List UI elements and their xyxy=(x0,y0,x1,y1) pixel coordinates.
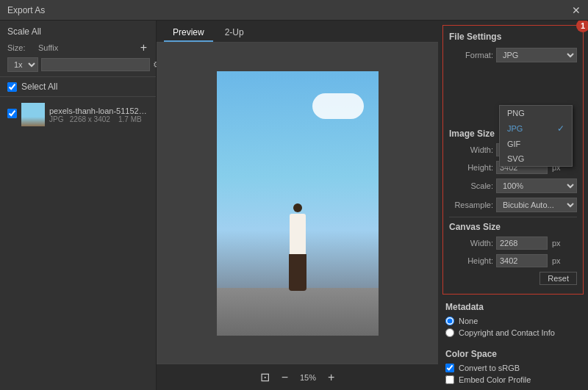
image-width-label: Width: xyxy=(449,145,493,154)
file-size: 1.7 MB xyxy=(118,115,142,123)
dropdown-label-png: PNG xyxy=(507,109,525,118)
dropdown-label-svg: SVG xyxy=(507,154,524,163)
dropdown-item-svg[interactable]: SVG xyxy=(500,151,572,166)
file-type: JPG xyxy=(49,115,63,123)
check-icon: ✓ xyxy=(557,123,564,134)
scale-all-title: Scale All xyxy=(7,26,148,37)
size-select[interactable]: 1x 2x xyxy=(7,57,38,72)
metadata-copyright-label[interactable]: Copyright and Contact Info xyxy=(459,328,555,337)
metadata-section: Metadata None Copyright and Contact Info xyxy=(438,297,588,344)
scale-row: Scale: 100% 50% 200% xyxy=(449,178,577,193)
dropdown-item-png[interactable]: PNG xyxy=(500,106,572,120)
metadata-none-radio[interactable] xyxy=(445,317,454,325)
tab-preview[interactable]: Preview xyxy=(164,24,213,42)
canvas-width-row: Width: 2268 px xyxy=(449,236,577,250)
close-button[interactable]: ✕ xyxy=(572,4,581,16)
select-all-checkbox[interactable] xyxy=(7,82,17,92)
metadata-none-row: None xyxy=(445,317,581,325)
format-select[interactable]: JPG PNG GIF SVG xyxy=(496,48,577,62)
format-row: Format: JPG PNG GIF SVG xyxy=(449,48,577,62)
canvas-height-row: Height: 3402 px xyxy=(449,254,577,267)
format-dropdown[interactable]: PNG JPG ✓ GIF SVG xyxy=(499,105,573,167)
canvas-size-title: Canvas Size xyxy=(449,222,577,232)
window-title: Export As xyxy=(7,5,45,15)
canvas-height-px: px xyxy=(552,256,561,265)
file-meta: JPG 2268 x 3402 1.7 MB xyxy=(49,115,148,123)
right-panel: 1 File Settings Format: JPG PNG GIF SVG … xyxy=(438,21,588,390)
ground-decoration xyxy=(217,288,379,336)
embed-profile-row: Embed Color Profile xyxy=(445,375,581,384)
color-space-section: Color Space Convert to sRGB Embed Color … xyxy=(438,344,588,390)
resample-select[interactable]: Bicubic Auto... xyxy=(496,198,577,212)
preview-toolbar: ⊡ − 15% + xyxy=(157,364,438,390)
preview-tabs: Preview 2-Up xyxy=(157,21,438,43)
file-thumbnail xyxy=(21,103,45,126)
figure-body xyxy=(290,214,306,254)
embed-profile-checkbox[interactable] xyxy=(445,375,454,384)
add-scale-button[interactable]: + xyxy=(139,41,148,54)
center-panel: Preview 2-Up ⊡ − 15% + xyxy=(157,21,438,390)
zoom-level: 15% xyxy=(297,373,319,382)
reset-button[interactable]: Reset xyxy=(539,272,577,285)
canvas-width-label: Width: xyxy=(449,239,493,248)
metadata-title: Metadata xyxy=(445,302,581,312)
resample-row: Resample: Bicubic Auto... xyxy=(449,198,577,212)
file-settings-title: File Settings xyxy=(449,32,577,42)
scale-label: Scale: xyxy=(449,181,493,190)
title-bar: Export As ✕ xyxy=(0,0,588,21)
resample-label: Resample: xyxy=(449,201,493,209)
dropdown-item-gif[interactable]: GIF xyxy=(500,137,572,151)
preview-image xyxy=(217,71,379,336)
fit-to-screen-button[interactable]: ⊡ xyxy=(257,369,273,386)
srgb-row: Convert to sRGB xyxy=(445,364,581,372)
zoom-out-button[interactable]: − xyxy=(279,369,291,386)
step-1-badge: 1 xyxy=(576,21,588,32)
scale-all-section: Scale All Size: Suffix + 1x 2x ⚙ xyxy=(0,21,156,77)
scale-select[interactable]: 100% 50% 200% xyxy=(496,178,577,193)
canvas-height-input[interactable]: 3402 xyxy=(496,254,548,267)
srgb-label[interactable]: Convert to sRGB xyxy=(459,364,520,372)
file-settings-section: 1 File Settings Format: JPG PNG GIF SVG … xyxy=(442,25,584,295)
dropdown-item-jpg[interactable]: JPG ✓ xyxy=(500,120,572,137)
left-panel: Scale All Size: Suffix + 1x 2x ⚙ Select … xyxy=(0,21,157,390)
file-info: pexels-thanh-loan-511523607-... JPG 2268… xyxy=(49,106,148,123)
figure-skirt xyxy=(289,254,306,291)
preview-area xyxy=(157,43,438,364)
dropdown-label-jpg: JPG xyxy=(507,124,523,133)
file-list: pexels-thanh-loan-511523607-... JPG 2268… xyxy=(0,97,156,390)
suffix-input[interactable] xyxy=(41,58,150,71)
format-label: Format: xyxy=(449,51,493,59)
file-dimensions: 2268 x 3402 xyxy=(70,115,110,123)
canvas-height-label: Height: xyxy=(449,256,493,265)
section-divider xyxy=(449,217,577,217)
file-name: pexels-thanh-loan-511523607-... xyxy=(49,106,148,115)
main-layout: Scale All Size: Suffix + 1x 2x ⚙ Select … xyxy=(0,21,588,390)
metadata-copyright-row: Copyright and Contact Info xyxy=(445,328,581,337)
figure-decoration xyxy=(283,203,312,292)
image-height-label: Height: xyxy=(449,163,493,172)
color-space-title: Color Space xyxy=(445,349,581,359)
metadata-copyright-radio[interactable] xyxy=(445,328,454,337)
figure-head xyxy=(293,203,302,212)
canvas-width-px: px xyxy=(552,239,561,248)
cloud-decoration xyxy=(312,93,364,119)
suffix-label: Suffix xyxy=(38,43,136,52)
metadata-none-label[interactable]: None xyxy=(459,317,478,325)
cloud-shape xyxy=(312,93,364,119)
srgb-checkbox[interactable] xyxy=(445,364,454,372)
canvas-width-input[interactable]: 2268 xyxy=(496,236,548,250)
select-all-label[interactable]: Select All xyxy=(21,82,57,92)
file-checkbox[interactable] xyxy=(7,109,17,120)
list-item[interactable]: pexels-thanh-loan-511523607-... JPG 2268… xyxy=(0,100,156,129)
thumbnail-image xyxy=(21,103,45,126)
size-label: Size: xyxy=(7,43,29,52)
select-all-section: Select All xyxy=(0,77,156,97)
dropdown-label-gif: GIF xyxy=(507,140,520,148)
tab-2up[interactable]: 2-Up xyxy=(216,24,253,42)
zoom-in-button[interactable]: + xyxy=(325,369,337,386)
embed-profile-label[interactable]: Embed Color Profile xyxy=(459,375,531,384)
